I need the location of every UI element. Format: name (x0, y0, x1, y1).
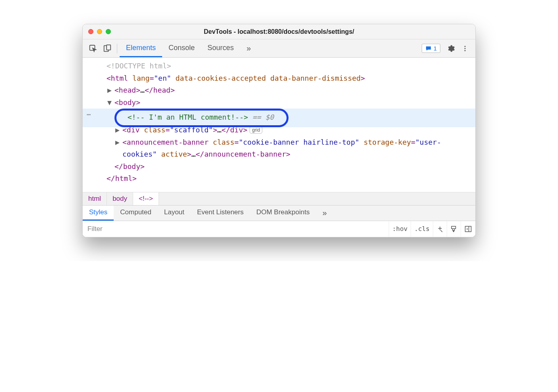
dom-html-open[interactable]: <html lang="en" data-cookies-accepted da… (83, 72, 475, 85)
dom-tree[interactable]: <!DOCTYPE html> <html lang="en" data-coo… (83, 58, 475, 192)
dom-html-close[interactable]: </html> (83, 173, 475, 185)
collapse-triangle-icon[interactable]: ▼ (107, 97, 113, 109)
maximize-window-button[interactable] (106, 29, 111, 34)
message-icon (425, 45, 432, 52)
dom-head[interactable]: ▶ <head>…</head> (83, 84, 475, 97)
expand-triangle-icon[interactable]: ▶ (115, 136, 121, 149)
collapse-pane-icon[interactable] (461, 221, 475, 237)
main-tabs: Elements Console Sources (120, 39, 240, 57)
minimize-window-button[interactable] (97, 29, 102, 34)
paint-brush-icon[interactable] (447, 221, 461, 237)
svg-rect-9 (451, 226, 456, 229)
subtab-computed[interactable]: Computed (114, 206, 157, 221)
kebab-menu-icon[interactable] (459, 43, 471, 54)
svg-rect-2 (107, 45, 110, 50)
svg-rect-10 (453, 231, 454, 232)
styles-filter-bar: :hov .cls (83, 221, 475, 237)
hov-toggle-button[interactable]: :hov (389, 221, 411, 237)
tabs-overflow-icon[interactable]: » (242, 44, 256, 53)
styles-tab-bar: Styles Computed Layout Event Listeners D… (83, 205, 475, 221)
crumb-body[interactable]: body (107, 192, 133, 205)
dom-breadcrumb: html body <!--> (83, 192, 475, 205)
cls-toggle-button[interactable]: .cls (411, 221, 433, 237)
crumb-comment[interactable]: <!--> (133, 192, 159, 205)
new-style-rule-icon[interactable] (433, 221, 447, 237)
issues-button[interactable]: 1 (422, 44, 440, 53)
svg-point-4 (465, 48, 466, 49)
svg-rect-11 (465, 226, 471, 232)
subtabs-overflow-icon[interactable]: » (318, 208, 331, 217)
close-window-button[interactable] (88, 29, 93, 34)
dom-body-close[interactable]: </body> (83, 161, 475, 173)
device-toolbar-icon[interactable] (102, 43, 113, 54)
tab-console[interactable]: Console (162, 39, 201, 57)
svg-line-8 (441, 230, 443, 232)
traffic-lights (88, 29, 111, 34)
titlebar: DevTools - localhost:8080/docs/devtools/… (83, 24, 475, 39)
svg-point-5 (465, 50, 466, 51)
settings-icon[interactable] (445, 43, 456, 54)
tab-elements[interactable]: Elements (120, 39, 162, 57)
separator (117, 44, 117, 53)
window-title: DevTools - localhost:8080/docs/devtools/… (88, 28, 470, 35)
subtab-event-listeners[interactable]: Event Listeners (191, 206, 250, 221)
main-toolbar: Elements Console Sources » 1 (83, 39, 475, 58)
subtab-layout[interactable]: Layout (158, 206, 191, 221)
expand-triangle-icon[interactable]: ▶ (107, 84, 113, 97)
styles-filter-input[interactable] (83, 221, 389, 237)
dom-body-open[interactable]: ▼ <body> (83, 97, 475, 109)
svg-point-3 (465, 46, 466, 47)
subtab-dom-breakpoints[interactable]: DOM Breakpoints (250, 206, 316, 221)
highlight-oval: <!-- I'm an HTML comment!--> == $0 (114, 109, 289, 127)
devtools-window: DevTools - localhost:8080/docs/devtools/… (82, 24, 476, 237)
crumb-html[interactable]: html (83, 192, 107, 205)
subtab-styles[interactable]: Styles (83, 206, 114, 221)
dom-doctype[interactable]: <!DOCTYPE html> (83, 60, 475, 72)
issues-count: 1 (434, 45, 437, 52)
dom-announcement-banner[interactable]: ▶ <announcement-banner class="cookie-ban… (83, 136, 475, 161)
grid-badge[interactable]: grid (250, 126, 262, 134)
tab-sources[interactable]: Sources (201, 39, 240, 57)
inspect-element-icon[interactable] (87, 43, 99, 54)
gutter-menu-icon[interactable]: ⋯ (87, 109, 91, 121)
